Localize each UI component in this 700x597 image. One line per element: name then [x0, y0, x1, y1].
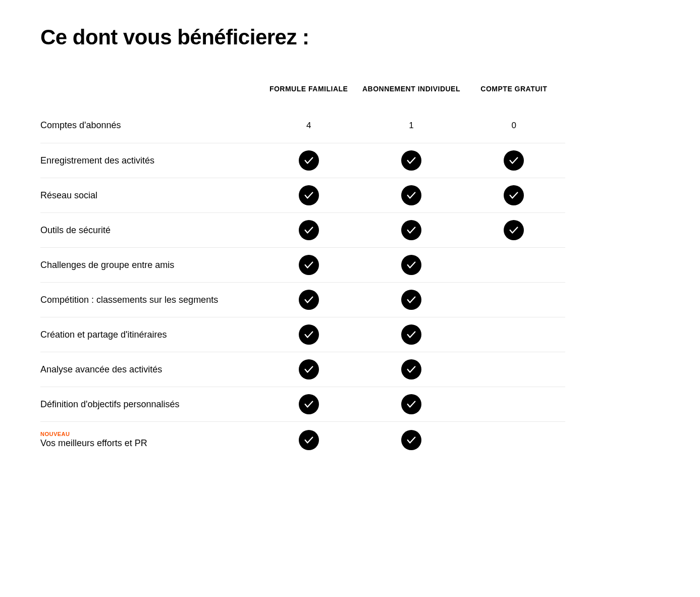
table-row: Comptes d'abonnés410 — [40, 108, 565, 143]
check-icon — [401, 359, 421, 379]
feature-value — [360, 290, 462, 310]
feature-value — [257, 394, 360, 414]
feature-label-text: Réseau social — [40, 190, 97, 200]
check-icon — [504, 185, 524, 205]
check-icon — [401, 255, 421, 275]
feature-value — [360, 324, 462, 345]
feature-value — [463, 220, 565, 240]
comparison-table: FORMULE FAMILIALE ABONNEMENT INDIVIDUEL … — [40, 85, 565, 458]
table-row: Analyse avancée des activités — [40, 352, 565, 387]
check-icon — [299, 185, 319, 205]
feature-value — [360, 185, 462, 205]
feature-label: Compétition : classements sur les segmen… — [40, 286, 257, 314]
check-icon — [299, 290, 319, 310]
table-header-row: FORMULE FAMILIALE ABONNEMENT INDIVIDUEL … — [40, 85, 565, 108]
feature-label-text: Définition d'objectifs personnalisés — [40, 399, 180, 409]
check-icon — [401, 290, 421, 310]
feature-label-text: Comptes d'abonnés — [40, 120, 121, 130]
feature-value — [257, 150, 360, 171]
feature-value — [257, 324, 360, 345]
feature-value — [360, 220, 462, 240]
check-icon — [401, 150, 421, 171]
check-icon — [504, 220, 524, 240]
check-icon — [401, 220, 421, 240]
feature-label: Réseau social — [40, 181, 257, 210]
feature-value — [257, 430, 360, 450]
check-icon — [299, 430, 319, 450]
check-icon — [299, 150, 319, 171]
feature-label: Enregistrement des activités — [40, 146, 257, 175]
table-row: Challenges de groupe entre amis — [40, 247, 565, 282]
check-icon — [401, 324, 421, 345]
new-badge: NOUVEAU — [40, 431, 257, 437]
feature-value — [463, 185, 565, 205]
check-icon — [299, 359, 319, 379]
feature-label: Création et partage d'itinéraires — [40, 320, 257, 349]
feature-value — [360, 255, 462, 275]
feature-value — [360, 394, 462, 414]
plan-header-individual: ABONNEMENT INDIVIDUEL — [360, 85, 462, 93]
feature-label: Analyse avancée des activités — [40, 355, 257, 384]
table-row: Réseau social — [40, 178, 565, 212]
feature-label: Comptes d'abonnés — [40, 111, 257, 140]
feature-label-text: Création et partage d'itinéraires — [40, 330, 167, 340]
check-icon — [401, 394, 421, 414]
plan-header-family: FORMULE FAMILIALE — [257, 85, 360, 93]
feature-value: 0 — [463, 121, 565, 131]
feature-value — [257, 359, 360, 379]
check-icon — [299, 324, 319, 345]
feature-value — [360, 359, 462, 379]
feature-label-text: Analyse avancée des activités — [40, 364, 162, 374]
feature-label: NOUVEAUVos meilleurs efforts et PR — [40, 422, 257, 458]
feature-value — [463, 150, 565, 171]
table-row: Compétition : classements sur les segmen… — [40, 282, 565, 317]
feature-label: Outils de sécurité — [40, 216, 257, 245]
check-icon — [299, 255, 319, 275]
feature-value: 1 — [360, 121, 462, 131]
feature-label-text: Challenges de groupe entre amis — [40, 260, 174, 270]
check-icon — [401, 430, 421, 450]
table-row: Enregistrement des activités — [40, 143, 565, 178]
table-row: Création et partage d'itinéraires — [40, 317, 565, 352]
feature-label: Définition d'objectifs personnalisés — [40, 390, 257, 419]
table-row: Outils de sécurité — [40, 212, 565, 247]
feature-label-text: Vos meilleurs efforts et PR — [40, 438, 147, 448]
check-icon — [401, 185, 421, 205]
feature-value — [360, 430, 462, 450]
feature-value — [257, 290, 360, 310]
page-title: Ce dont vous bénéficierez : — [40, 25, 660, 49]
check-icon — [504, 150, 524, 171]
feature-label-text: Compétition : classements sur les segmen… — [40, 295, 218, 305]
check-icon — [299, 394, 319, 414]
feature-value: 4 — [257, 121, 360, 131]
table-row: Définition d'objectifs personnalisés — [40, 387, 565, 421]
feature-label-text: Enregistrement des activités — [40, 155, 154, 166]
feature-label-text: Outils de sécurité — [40, 225, 111, 235]
feature-value — [360, 150, 462, 171]
check-icon — [299, 220, 319, 240]
feature-value — [257, 255, 360, 275]
feature-label: Challenges de groupe entre amis — [40, 251, 257, 280]
plan-header-free: COMPTE GRATUIT — [463, 85, 565, 93]
feature-value — [257, 185, 360, 205]
table-row: NOUVEAUVos meilleurs efforts et PR — [40, 421, 565, 458]
feature-value — [257, 220, 360, 240]
